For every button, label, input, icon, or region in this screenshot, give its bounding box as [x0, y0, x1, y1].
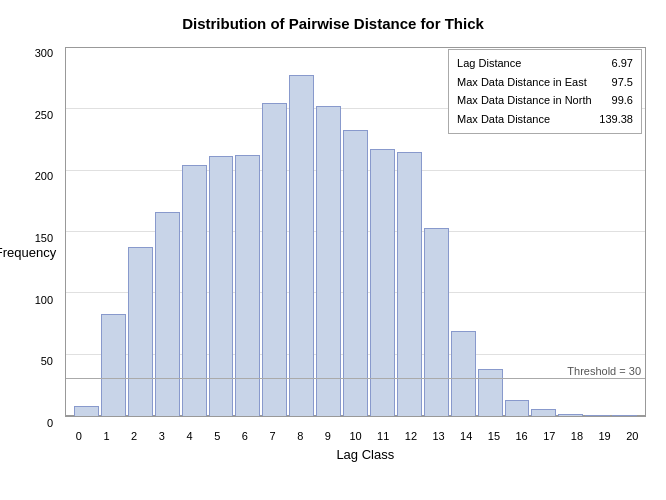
x-tick: 5 — [203, 430, 231, 442]
bar — [128, 247, 153, 416]
bar — [101, 314, 126, 416]
info-value: 97.5 — [612, 73, 633, 92]
bar — [370, 149, 395, 416]
info-label: Max Data Distance in East — [457, 73, 587, 92]
bar — [505, 400, 530, 416]
y-tick: 0 — [47, 417, 53, 429]
x-tick: 16 — [508, 430, 536, 442]
bar — [397, 152, 422, 416]
x-tick: 15 — [480, 430, 508, 442]
threshold-line — [66, 378, 645, 379]
x-tick: 2 — [120, 430, 148, 442]
bar — [451, 331, 476, 416]
x-tick: 9 — [314, 430, 342, 442]
bar — [531, 409, 556, 416]
bar — [209, 156, 234, 416]
info-label: Max Data Distance in North — [457, 91, 592, 110]
info-label: Lag Distance — [457, 54, 521, 73]
bar — [478, 369, 503, 416]
x-tick: 10 — [342, 430, 370, 442]
x-tick: 0 — [65, 430, 93, 442]
chart-container: Distribution of Pairwise Distance for Th… — [0, 0, 666, 500]
info-row: Lag Distance6.97 — [457, 54, 633, 73]
bar — [585, 415, 610, 416]
x-tick: 17 — [535, 430, 563, 442]
y-tick: 150 — [35, 232, 53, 244]
bar — [424, 228, 449, 416]
info-label: Max Data Distance — [457, 110, 550, 129]
x-axis-ticks: 01234567891011121314151617181920 — [65, 430, 646, 442]
x-tick: 1 — [93, 430, 121, 442]
y-tick: 200 — [35, 170, 53, 182]
info-row: Max Data Distance139.38 — [457, 110, 633, 129]
x-tick: 13 — [425, 430, 453, 442]
bar — [343, 130, 368, 416]
x-tick: 3 — [148, 430, 176, 442]
x-tick: 19 — [591, 430, 619, 442]
x-tick: 12 — [397, 430, 425, 442]
y-tick: 250 — [35, 109, 53, 121]
x-tick: 20 — [618, 430, 646, 442]
bar — [316, 106, 341, 416]
threshold-label: Threshold = 30 — [567, 365, 641, 377]
info-value: 99.6 — [612, 91, 633, 110]
bar — [558, 414, 583, 416]
x-tick: 8 — [286, 430, 314, 442]
chart-area: Frequency 050100150200250300 Threshold =… — [10, 37, 656, 467]
y-tick: 100 — [35, 294, 53, 306]
bar — [612, 415, 637, 416]
x-tick: 18 — [563, 430, 591, 442]
y-tick: 50 — [41, 355, 53, 367]
x-tick: 7 — [259, 430, 287, 442]
bar — [289, 75, 314, 416]
bar — [155, 212, 180, 416]
y-tick: 300 — [35, 47, 53, 59]
x-tick: 4 — [176, 430, 204, 442]
bar — [235, 155, 260, 416]
info-box: Lag Distance6.97Max Data Distance in Eas… — [448, 49, 642, 134]
info-row: Max Data Distance in East97.5 — [457, 73, 633, 92]
bar — [74, 406, 99, 416]
chart-title: Distribution of Pairwise Distance for Th… — [10, 10, 656, 32]
x-tick: 6 — [231, 430, 259, 442]
x-tick: 11 — [369, 430, 397, 442]
bar — [262, 103, 287, 416]
x-axis-label: Lag Class — [336, 447, 394, 462]
info-value: 139.38 — [599, 110, 633, 129]
y-axis-label: Frequency — [0, 245, 56, 260]
info-row: Max Data Distance in North99.6 — [457, 91, 633, 110]
x-tick: 14 — [452, 430, 480, 442]
info-value: 6.97 — [612, 54, 633, 73]
